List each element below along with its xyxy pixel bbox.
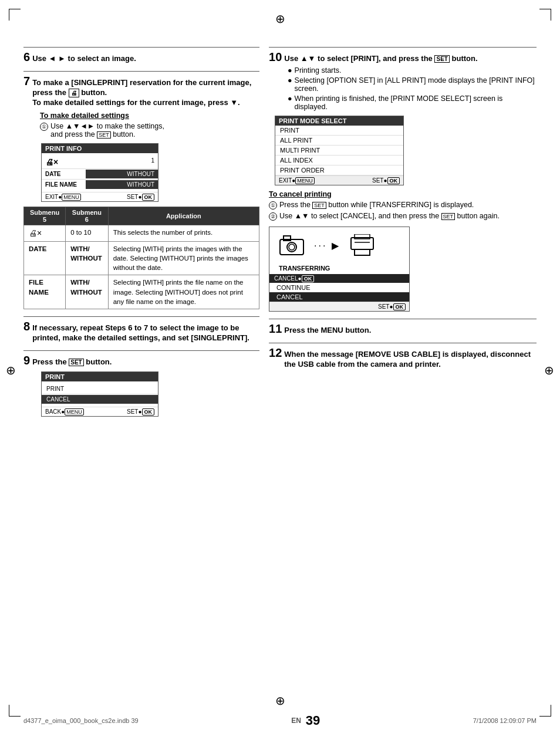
back-menu-key: MENU bbox=[65, 408, 84, 415]
print-box-row1: PRINT bbox=[42, 384, 158, 394]
print-box-body: PRINT CANCEL bbox=[42, 381, 158, 407]
step8-divider bbox=[23, 316, 259, 317]
submenu-header-2: Submenu 6 bbox=[66, 207, 109, 225]
svg-rect-0 bbox=[280, 239, 303, 255]
print-button-icon: 🖨 bbox=[69, 89, 79, 97]
cancel-sub2-text: Use ▲▼ to select [CANCEL], and then pres… bbox=[279, 212, 500, 221]
print-item-print: PRINT bbox=[42, 384, 158, 393]
print-mode-exit: EXIT●MENU bbox=[279, 177, 315, 184]
step10-bullet3: ● When printing is finished, the [PRINT … bbox=[285, 94, 537, 111]
step12-heading: 12 When the message [REMOVE USB CABLE] i… bbox=[269, 347, 537, 370]
footer-date: 7/1/2008 12:09:07 PM bbox=[473, 717, 537, 724]
print-info-filename-label: FILE NAME bbox=[42, 180, 86, 189]
corner-mark-tl bbox=[9, 9, 21, 21]
print-info-exit: EXIT●MENU bbox=[45, 194, 81, 200]
print-mode-footer: EXIT●MENU SET●OK bbox=[275, 175, 403, 185]
print-mode-set: SET●OK bbox=[372, 177, 400, 184]
step7-heading: 7 To make a [SINGLEPRINT] reservation fo… bbox=[23, 75, 259, 108]
print-mode-item-multiprint: MULTI PRINT bbox=[275, 146, 403, 156]
print-info-icon-cell: 🖨× bbox=[42, 156, 86, 168]
step11-text: Press the MENU button. bbox=[284, 326, 371, 336]
step6-arrows: ◄ ► bbox=[49, 54, 66, 63]
step10-bullet3-text: When printing is finished, the [PRINT MO… bbox=[295, 94, 537, 111]
step10-set-icon: SET bbox=[434, 55, 449, 63]
print-info-body: 🖨× 1 DATE WITHOUT FILE NAME WITHOUT bbox=[42, 153, 158, 192]
left-crosshair-icon: ⊕ bbox=[6, 363, 16, 377]
step7-sub-heading: To make detailed settings bbox=[23, 111, 259, 120]
transfer-ok2-btn: OK bbox=[393, 303, 406, 310]
cancel-sub1: ① Press the SET button while [TRANSFERRI… bbox=[269, 201, 537, 210]
cancel-set-icon1: SET bbox=[312, 202, 326, 209]
top-crosshair-icon: ⊕ bbox=[275, 12, 285, 26]
step10-bullet1-text: Printing starts. bbox=[295, 66, 342, 75]
printer-icon-large bbox=[350, 234, 375, 256]
step9-divider bbox=[23, 350, 259, 351]
print-info-set: SET●OK bbox=[127, 194, 154, 200]
step7-number: 7 bbox=[23, 75, 30, 87]
print-info-title: PRINT INFO bbox=[42, 144, 158, 153]
submenu-row3-col3: Selecting [WITH] prints the file name on… bbox=[108, 275, 259, 309]
transfer-label: TRANSFERRING bbox=[269, 265, 409, 274]
step6-number: 6 bbox=[23, 51, 30, 63]
date-with-without: WITH/WITHOUT bbox=[70, 245, 102, 262]
step12-divider bbox=[269, 343, 537, 343]
step12-text: When the message [REMOVE USB CABLE] is d… bbox=[284, 350, 537, 370]
step7-divider bbox=[23, 71, 259, 72]
step9-heading: 9 Press the SET button. bbox=[23, 354, 259, 367]
submenu-row2-col1: DATE bbox=[24, 242, 66, 275]
print-info-date-label: DATE bbox=[42, 170, 86, 178]
en-label: EN bbox=[291, 717, 301, 725]
transfer-cancel-text: CANCEL●OK bbox=[274, 275, 314, 282]
cancel-sub1-text: Press the SET button while [TRANSFERRING… bbox=[279, 201, 474, 210]
step12-content: 12 When the message [REMOVE USB CABLE] i… bbox=[269, 347, 537, 370]
submenu-row3-col2: WITH/WITHOUT bbox=[66, 275, 109, 309]
page-number: EN 39 bbox=[291, 713, 320, 728]
right-column: 10 Use ▲▼ to select [PRINT], and press t… bbox=[269, 47, 537, 424]
step9-set-icon: SET bbox=[69, 359, 83, 366]
bottom-crosshair-icon: ⊕ bbox=[275, 694, 285, 708]
transfer-menu-cancel: CANCEL bbox=[269, 292, 409, 302]
step9-number: 9 bbox=[23, 354, 30, 366]
submenu-row1-col2: 0 to 10 bbox=[66, 225, 109, 242]
step8-number: 8 bbox=[23, 320, 30, 332]
svg-point-3 bbox=[289, 244, 295, 250]
footer-file: d4377_e_oima_000_book_cs2e.indb 39 bbox=[23, 717, 139, 724]
page-num: 39 bbox=[306, 713, 320, 728]
step6-divider bbox=[23, 47, 259, 48]
step10-divider bbox=[269, 47, 537, 48]
svg-rect-5 bbox=[355, 249, 370, 255]
transfer-cancel-bar: CANCEL●OK bbox=[269, 274, 409, 283]
right-crosshair-icon: ⊕ bbox=[544, 363, 554, 377]
step9-text: Press the SET button. bbox=[32, 357, 112, 367]
step7-sub1: ① Use ▲▼◄► to make the settings,and pres… bbox=[23, 122, 259, 138]
printer-container bbox=[350, 234, 375, 258]
cancel-set-icon2: SET bbox=[441, 213, 456, 220]
print-mode-item-allprint: ALL PRINT bbox=[275, 136, 403, 146]
transfer-top: ··· ▶ bbox=[269, 227, 409, 265]
step8-text: If necessary, repeat Steps 6 to 7 to sel… bbox=[32, 323, 259, 343]
submenu-header-3: Application bbox=[108, 207, 259, 225]
print-box-back: BACK●MENU bbox=[45, 408, 84, 415]
filename-with-without: WITH/WITHOUT bbox=[70, 279, 102, 295]
transfer-diagram: ··· ▶ TRANSFERRING bbox=[269, 227, 410, 312]
step12-number: 12 bbox=[269, 347, 282, 359]
print-box-row2: CANCEL bbox=[42, 394, 158, 404]
print-info-footer: EXIT●MENU SET●OK bbox=[42, 192, 158, 201]
transfer-menu-footer: SET●OK bbox=[269, 302, 409, 311]
print-info-row1: 🖨× 1 bbox=[42, 156, 158, 169]
print-mode-box: PRINT MODE SELECT PRINT ALL PRINT MULTI … bbox=[275, 116, 404, 185]
main-content: 6 Use ◄ ► to select an image. 7 To make … bbox=[23, 47, 537, 424]
step6-text: Use ◄ ► to select an image. bbox=[32, 54, 136, 64]
step8-content: 8 If necessary, repeat Steps 6 to 7 to s… bbox=[23, 320, 259, 343]
submenu-row2-col3: Selecting [WITH] prints the images with … bbox=[108, 242, 259, 275]
step10-bullets: ● Printing starts. ● Selecting [OPTION S… bbox=[269, 66, 537, 111]
camera-container bbox=[279, 235, 305, 257]
print-info-filename-value: WITHOUT bbox=[86, 180, 158, 189]
step7-circle1: ① bbox=[40, 123, 48, 131]
print-mode-item-printorder: PRINT ORDER bbox=[275, 165, 403, 175]
print-item-cancel: CANCEL bbox=[42, 395, 158, 404]
submenu-row-1: 🖨× 0 to 10 This selects the number of pr… bbox=[24, 225, 259, 242]
print-ok-btn: OK bbox=[142, 408, 155, 415]
cancel-circle1: ① bbox=[269, 201, 277, 210]
transfer-dots: ··· ▶ bbox=[314, 240, 340, 251]
